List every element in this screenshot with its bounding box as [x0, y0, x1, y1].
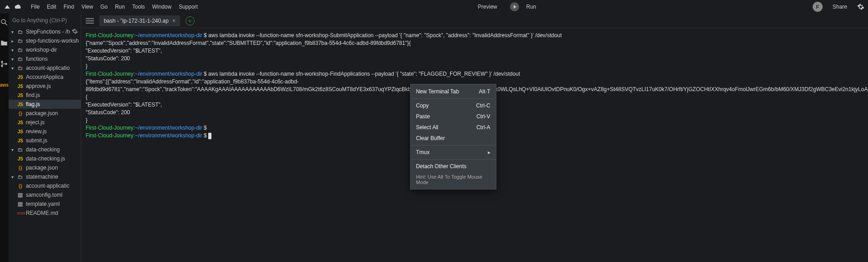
folder-icon: 🗀	[17, 56, 24, 62]
ctx-tmux[interactable]: Tmux▸	[411, 147, 496, 158]
tree-item[interactable]: JSreview.js	[9, 127, 81, 136]
menu-support[interactable]: Support	[175, 2, 201, 12]
fold-icon[interactable]: ▾	[10, 48, 15, 53]
ctx-label: Paste	[416, 113, 430, 120]
tree-label: StepFunctions - /h	[26, 29, 70, 35]
tab-row: bash - "ip-172-31-1-240.ap × +	[81, 14, 868, 28]
tree-item[interactable]: JSAccountApplica	[9, 73, 81, 82]
tree-label: reject.js	[26, 119, 44, 126]
tree-item[interactable]: ▾🗀StepFunctions - /h	[9, 27, 81, 36]
ctx-shortcut: Ctrl-V	[476, 113, 490, 120]
tree-item[interactable]: {}package.json	[9, 109, 81, 118]
ctx-detach-other-clients[interactable]: Detach Other Clients	[411, 161, 496, 172]
close-icon[interactable]: ×	[172, 18, 176, 24]
menu-edit[interactable]: Edit	[43, 2, 60, 12]
ctx-copy[interactable]: CopyCtrl-C	[411, 100, 496, 111]
menu-go[interactable]: Go	[97, 2, 111, 12]
tree-item[interactable]: JSreject.js	[9, 118, 81, 127]
main-panel: bash - "ip-172-31-1-240.ap × + First-Clo…	[81, 14, 868, 262]
menu-window[interactable]: Window	[148, 2, 175, 12]
js-icon: JS	[17, 84, 24, 89]
folder-icon[interactable]	[0, 39, 8, 47]
js-icon: JS	[17, 129, 24, 134]
fold-icon[interactable]: ▾	[10, 147, 15, 152]
tree-item[interactable]: {}account-applicatic	[9, 181, 81, 190]
search-icon[interactable]	[0, 18, 8, 26]
tree-label: account-applicatic	[26, 183, 69, 189]
run-button[interactable]: Run	[523, 2, 540, 12]
js-icon: JS	[17, 75, 24, 80]
tree-label: review.js	[26, 128, 47, 135]
source-control-icon[interactable]	[0, 60, 8, 68]
tree-item[interactable]: {}package.json	[9, 163, 81, 172]
svg-point-2	[1, 61, 4, 63]
tree-item[interactable]: ▾🗀statemachine	[9, 172, 81, 181]
share-button[interactable]: Share	[829, 2, 851, 12]
ctx-label: Tmux	[416, 149, 430, 155]
goto-anything-input[interactable]: Go to Anything (Ctrl-P)	[9, 14, 81, 27]
ctx-shortcut: Ctrl-A	[476, 124, 490, 131]
file-icon: ▤	[17, 192, 24, 198]
menubar: FileEditFindViewGoRunToolsWindowSupport …	[0, 0, 868, 14]
add-tab-button[interactable]: +	[186, 16, 195, 25]
file-tree: ▾🗀StepFunctions - /h▸🗀step-functions-wor…	[9, 27, 81, 262]
tree-item[interactable]: ▾🗀account-applicatio	[9, 63, 81, 73]
svg-point-3	[1, 65, 4, 67]
tree-label: template.yaml	[26, 201, 60, 207]
gear-icon[interactable]	[857, 3, 864, 10]
tree-label: step-functions-worksh	[26, 38, 79, 44]
tree-label: approve.js	[26, 83, 51, 89]
terminal-line: }	[86, 63, 868, 70]
ctx-label: New Terminal Tab	[416, 88, 459, 95]
ctx-new-terminal-tab[interactable]: New Terminal TabAlt-T	[411, 86, 496, 97]
ctx-label: Copy	[416, 102, 429, 109]
tree-item[interactable]: JSsubmit.js	[9, 136, 81, 145]
ctx-select-all[interactable]: Select AllCtrl-A	[411, 122, 496, 133]
menu-file[interactable]: File	[27, 2, 43, 12]
menu-view[interactable]: View	[78, 2, 97, 12]
tree-item[interactable]: JSflag.js	[9, 100, 81, 109]
js-icon: JS	[17, 156, 24, 161]
tree-label: AccountApplica	[26, 74, 64, 80]
fold-icon[interactable]: ▾	[10, 57, 15, 62]
fold-icon[interactable]: ▾	[10, 66, 15, 71]
js-icon: JS	[17, 93, 24, 98]
svg-point-4	[5, 63, 8, 65]
terminal-line: First-Cloud-Journey:~/environment/worksh…	[86, 70, 868, 78]
cloud9-logo-icon[interactable]	[15, 3, 22, 10]
ctx-paste[interactable]: PasteCtrl-V	[411, 111, 496, 122]
fold-icon[interactable]: ▾	[10, 29, 15, 34]
tree-item[interactable]: ▸🗀step-functions-worksh	[9, 36, 81, 45]
caret-up-icon[interactable]	[4, 3, 11, 10]
tree-label: account-applicatio	[26, 65, 70, 71]
tree-label: submit.js	[26, 137, 47, 144]
tree-item[interactable]: JSdata-checking.js	[9, 154, 81, 163]
readme-icon: ▭▭	[17, 211, 24, 215]
ctx-label: Detach Other Clients	[416, 163, 466, 170]
run-play-icon[interactable]	[510, 2, 519, 11]
js-icon: JS	[17, 120, 24, 125]
tree-gear-icon[interactable]	[72, 28, 78, 34]
tree-item[interactable]: ▾🗀workshop-dir	[9, 45, 81, 54]
menu-tools[interactable]: Tools	[128, 2, 148, 12]
tree-item[interactable]: ▾🗀functions	[9, 54, 81, 63]
tree-label: flag.js	[26, 101, 40, 107]
tree-item[interactable]: ▾🗀data-checking	[9, 145, 81, 154]
folder-icon: 🗀	[17, 174, 24, 180]
fold-icon[interactable]: ▸	[10, 39, 15, 44]
tree-item[interactable]: ▤samconfig.toml	[9, 190, 81, 199]
aws-icon[interactable]: aws	[0, 82, 9, 87]
tree-item[interactable]: JSapprove.js	[9, 82, 81, 91]
menu-find[interactable]: Find	[60, 2, 78, 12]
panel-menu-icon[interactable]	[86, 17, 94, 25]
file-icon: ▤	[17, 201, 24, 207]
ctx-clear-buffer[interactable]: Clear Buffer	[411, 133, 496, 144]
tree-item[interactable]: ▤template.yaml	[9, 199, 81, 209]
preview-button[interactable]: Preview	[474, 2, 501, 12]
menu-run[interactable]: Run	[111, 2, 128, 12]
tree-item[interactable]: JSfind.js	[9, 91, 81, 100]
avatar[interactable]: F	[813, 2, 823, 12]
fold-icon[interactable]: ▾	[10, 175, 15, 180]
tree-item[interactable]: ▭▭README.md	[9, 209, 81, 218]
tab-terminal[interactable]: bash - "ip-172-31-1-240.ap ×	[99, 15, 180, 26]
